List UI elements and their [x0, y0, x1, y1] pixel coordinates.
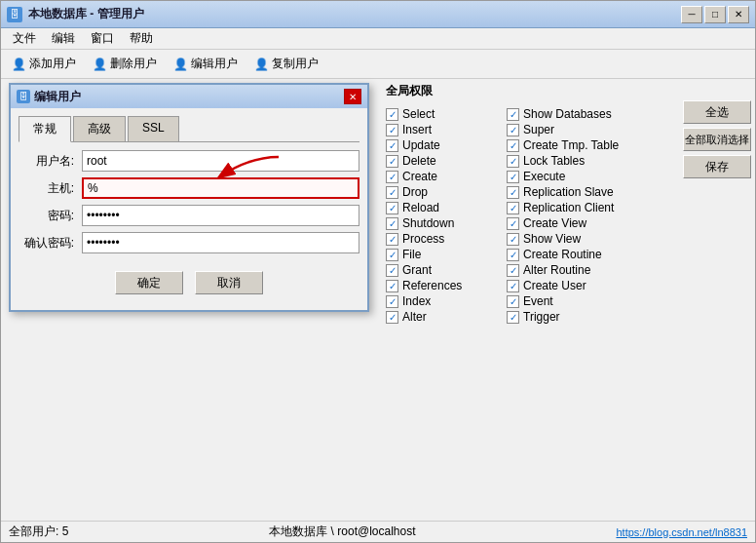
- checkbox-super[interactable]: ✓: [507, 124, 519, 136]
- perm-reload: ✓ Reload: [386, 201, 503, 214]
- perm-event-label: Event: [523, 294, 553, 308]
- checkbox-create-user[interactable]: ✓: [507, 280, 519, 292]
- menu-window[interactable]: 窗口: [83, 28, 122, 49]
- perm-create-routine: ✓ Create Routine: [507, 248, 633, 261]
- select-all-button[interactable]: 全选: [683, 100, 751, 124]
- modal-title: 编辑用户: [34, 89, 81, 105]
- tab-bar: 常规 高级 SSL: [19, 116, 359, 142]
- perm-execute: ✓ Execute: [507, 170, 633, 183]
- checkbox-process[interactable]: ✓: [386, 233, 398, 246]
- checkbox-create[interactable]: ✓: [386, 171, 398, 183]
- tab-general[interactable]: 常规: [19, 116, 71, 142]
- modal-close-button[interactable]: ✕: [344, 89, 361, 104]
- modal-icon: 🗄: [17, 90, 30, 103]
- checkbox-alter[interactable]: ✓: [386, 311, 398, 324]
- perm-create-label: Create: [402, 170, 437, 183]
- checkbox-references[interactable]: ✓: [386, 280, 398, 292]
- perm-lock-tables: ✓ Lock Tables: [507, 154, 633, 168]
- modal-title-bar: 🗄 编辑用户 ✕: [11, 85, 367, 108]
- perm-grant: ✓ Grant: [386, 263, 503, 277]
- delete-user-icon: 👤: [92, 57, 107, 72]
- checkbox-create-tmp[interactable]: ✓: [507, 139, 519, 152]
- perm-reload-label: Reload: [402, 201, 439, 214]
- toolbar: 👤 添加用户 👤 删除用户 👤 编辑用户 👤 复制用户: [1, 50, 755, 79]
- password-label: 密码:: [19, 208, 82, 224]
- perm-drop-label: Drop: [402, 185, 428, 199]
- checkbox-execute[interactable]: ✓: [507, 171, 519, 183]
- checkbox-alter-routine[interactable]: ✓: [507, 264, 519, 277]
- perm-event: ✓ Event: [507, 294, 633, 308]
- password-input[interactable]: [82, 205, 359, 226]
- perm-select: ✓ Select: [386, 107, 503, 121]
- checkbox-trigger[interactable]: ✓: [507, 311, 519, 324]
- cancel-button[interactable]: 取消: [195, 271, 263, 294]
- checkbox-delete[interactable]: ✓: [386, 155, 398, 168]
- menu-edit[interactable]: 编辑: [44, 28, 83, 49]
- deselect-all-button[interactable]: 全部取消选择: [683, 128, 751, 151]
- perm-process: ✓ Process: [386, 232, 503, 246]
- checkbox-select[interactable]: ✓: [386, 108, 398, 121]
- minimize-button[interactable]: ─: [681, 6, 702, 23]
- main-window: 🗄 本地数据库 - 管理用户 ─ □ ✕ 文件 编辑 窗口 帮助 👤 添加用户 …: [0, 0, 756, 543]
- username-input[interactable]: [82, 150, 359, 172]
- delete-user-button[interactable]: 👤 删除用户: [86, 54, 163, 74]
- modal-content: 常规 高级 SSL 用户名: 主机: 密码: 确认: [11, 108, 367, 310]
- permissions-panel: 全局权限 ✓ Select ✓ Show Databases ✓: [386, 83, 751, 491]
- tab-advanced[interactable]: 高级: [73, 116, 126, 141]
- confirm-label: 确认密码:: [19, 235, 82, 252]
- checkbox-create-view[interactable]: ✓: [507, 217, 519, 230]
- perm-update-label: Update: [402, 138, 440, 152]
- perm-alter: ✓ Alter: [386, 310, 503, 324]
- perm-process-label: Process: [402, 232, 444, 246]
- confirm-password-input[interactable]: [82, 232, 359, 253]
- perm-index-label: Index: [402, 294, 431, 308]
- perm-update: ✓ Update: [386, 138, 503, 152]
- tab-ssl[interactable]: SSL: [128, 116, 179, 141]
- perm-replication-client-label: Replication Client: [523, 201, 614, 214]
- add-user-icon: 👤: [11, 57, 26, 72]
- window-controls: ─ □ ✕: [681, 6, 749, 23]
- connection-info: 本地数据库 \ root@localhost: [269, 524, 415, 540]
- perm-replication-slave-label: Replication Slave: [523, 185, 614, 199]
- checkbox-replication-client[interactable]: ✓: [507, 202, 519, 214]
- perm-create-tmp-label: Create Tmp. Table: [523, 138, 619, 152]
- checkbox-shutdown[interactable]: ✓: [386, 217, 398, 230]
- perm-index: ✓ Index: [386, 294, 503, 308]
- menu-help[interactable]: 帮助: [122, 28, 161, 49]
- perm-alter-routine: ✓ Alter Routine: [507, 263, 633, 277]
- checkbox-index[interactable]: ✓: [386, 295, 398, 308]
- edit-user-button[interactable]: 👤 编辑用户: [167, 54, 244, 74]
- checkbox-insert[interactable]: ✓: [386, 124, 398, 136]
- maximize-button[interactable]: □: [704, 6, 726, 23]
- perm-show-view: ✓ Show View: [507, 232, 633, 246]
- blog-link[interactable]: https://blog.csdn.net/ln8831: [616, 526, 747, 538]
- checkbox-replication-slave[interactable]: ✓: [507, 186, 519, 199]
- perm-super-label: Super: [523, 123, 554, 136]
- perm-references: ✓ References: [386, 279, 503, 292]
- checkbox-drop[interactable]: ✓: [386, 186, 398, 199]
- checkbox-event[interactable]: ✓: [507, 295, 519, 308]
- close-button[interactable]: ✕: [728, 6, 749, 23]
- ok-button[interactable]: 确定: [115, 271, 183, 294]
- checkbox-update[interactable]: ✓: [386, 139, 398, 152]
- perm-show-databases-label: Show Databases: [523, 107, 612, 121]
- perm-insert: ✓ Insert: [386, 123, 503, 136]
- perm-trigger: ✓ Trigger: [507, 310, 633, 324]
- checkbox-reload[interactable]: ✓: [386, 202, 398, 214]
- menu-file[interactable]: 文件: [5, 28, 44, 49]
- copy-user-button[interactable]: 👤 复制用户: [247, 54, 324, 74]
- checkbox-show-view[interactable]: ✓: [507, 233, 519, 246]
- checkbox-file[interactable]: ✓: [386, 249, 398, 261]
- host-input[interactable]: [82, 177, 359, 199]
- app-icon: 🗄: [7, 7, 22, 22]
- perm-file: ✓ File: [386, 248, 503, 261]
- modal-footer: 确定 取消: [19, 259, 359, 302]
- checkbox-lock-tables[interactable]: ✓: [507, 155, 519, 168]
- checkbox-create-routine[interactable]: ✓: [507, 249, 519, 261]
- edit-user-label: 编辑用户: [191, 56, 238, 72]
- checkbox-grant[interactable]: ✓: [386, 264, 398, 277]
- checkbox-show-databases[interactable]: ✓: [507, 108, 519, 121]
- save-button[interactable]: 保存: [683, 155, 751, 178]
- edit-user-dialog: 🗄 编辑用户 ✕ 常规 高级 SSL 用户名: 主机:: [9, 83, 369, 312]
- add-user-button[interactable]: 👤 添加用户: [5, 54, 82, 74]
